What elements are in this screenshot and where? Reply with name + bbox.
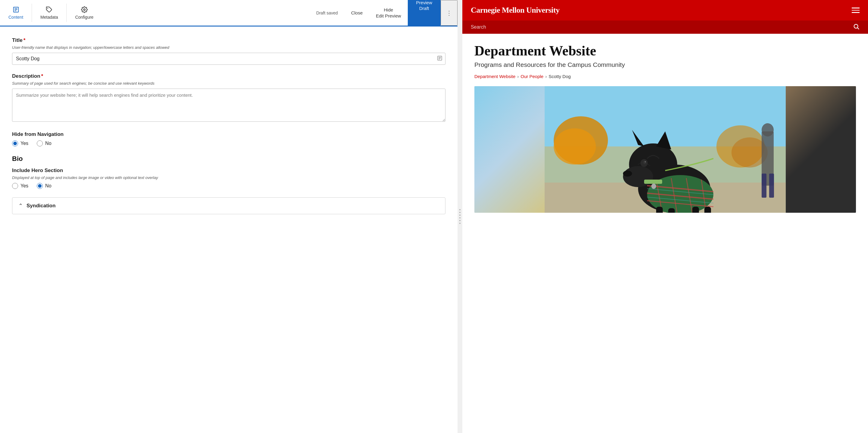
- hide-nav-label: Hide from Navigation: [12, 131, 445, 137]
- svg-rect-22: [769, 174, 774, 198]
- title-input-wrap: [12, 53, 445, 65]
- hero-yes-label[interactable]: Yes: [12, 183, 28, 189]
- title-icon: [437, 56, 442, 62]
- hero-radio-group: Yes No: [12, 183, 445, 189]
- hamburger-icon[interactable]: [852, 7, 860, 13]
- breadcrumb: Department Website › Our People › Scotty…: [474, 74, 856, 79]
- hero-hint: Displayed at top of page and includes la…: [12, 175, 445, 180]
- svg-point-5: [84, 9, 85, 10]
- bio-section-title: Bio: [12, 155, 445, 163]
- svg-point-29: [645, 161, 646, 162]
- draft-status: Draft saved: [310, 0, 344, 26]
- breadcrumb-current: Scotty Dog: [549, 74, 570, 79]
- hide-nav-no-label[interactable]: No: [37, 141, 51, 147]
- cmu-header: Carnegie Mellon University: [462, 0, 868, 21]
- svg-point-47: [651, 184, 656, 189]
- title-hint: User-friendly name that displays in navi…: [12, 45, 445, 50]
- form-content: Title* User-friendly name that displays …: [0, 27, 458, 433]
- syndication-bar[interactable]: ⌃ Syndication: [12, 197, 445, 214]
- svg-rect-46: [644, 180, 662, 184]
- svg-point-4: [47, 8, 48, 9]
- tab-content[interactable]: Content: [0, 0, 32, 27]
- content-icon: [13, 6, 19, 13]
- cmu-page-content: Department Website Programs and Resource…: [462, 34, 868, 213]
- search-icon[interactable]: [853, 23, 860, 31]
- configure-icon: [81, 6, 88, 13]
- hide-edit-preview-button[interactable]: HideEdit Preview: [369, 0, 407, 26]
- hide-nav-radio-group: Yes No: [12, 141, 445, 147]
- more-options-button[interactable]: ⋮: [441, 0, 458, 26]
- toolbar-spacer: [102, 0, 310, 26]
- tab-metadata[interactable]: Metadata: [32, 0, 66, 27]
- svg-rect-21: [762, 174, 767, 198]
- hero-yes-radio[interactable]: [12, 183, 18, 189]
- svg-rect-42: [656, 207, 663, 213]
- include-hero-label: Include Hero Section: [12, 167, 445, 174]
- tab-configure[interactable]: Configure: [67, 0, 102, 27]
- toolbar: Content Metadata Configure Draft saved C…: [0, 0, 458, 27]
- svg-rect-43: [668, 208, 675, 213]
- title-input[interactable]: [12, 53, 445, 65]
- metadata-icon: [46, 6, 53, 13]
- resize-handle[interactable]: [458, 0, 462, 433]
- svg-point-26: [623, 171, 632, 177]
- hero-no-radio[interactable]: [37, 183, 43, 189]
- cmu-logo: Carnegie Mellon University: [471, 6, 560, 15]
- svg-rect-45: [704, 207, 711, 213]
- hide-nav-no-radio[interactable]: [37, 141, 43, 147]
- svg-point-15: [554, 128, 596, 164]
- hide-nav-yes-label[interactable]: Yes: [12, 141, 28, 147]
- hide-nav-yes-radio[interactable]: [12, 141, 18, 147]
- cmu-search-input[interactable]: [471, 24, 853, 30]
- hero-image-svg: [474, 86, 856, 213]
- breadcrumb-mid[interactable]: Our People: [521, 74, 544, 79]
- svg-rect-44: [692, 207, 699, 213]
- svg-point-20: [762, 123, 774, 136]
- cmu-page-subtitle: Programs and Resources for the Campus Co…: [474, 61, 856, 68]
- close-button[interactable]: Close: [344, 0, 369, 26]
- description-input[interactable]: [12, 89, 445, 122]
- cmu-page-title: Department Website: [474, 43, 856, 59]
- preview-panel: Carnegie Mellon University Department We…: [462, 0, 868, 433]
- preview-draft-button[interactable]: Preview Draft: [408, 0, 441, 26]
- title-label: Title*: [12, 37, 445, 43]
- cmu-search-bar: [462, 21, 868, 34]
- description-wrap: [12, 89, 445, 123]
- hero-image: [474, 86, 856, 213]
- description-hint: Summary of page used for search engines;…: [12, 81, 445, 86]
- breadcrumb-root[interactable]: Department Website: [474, 74, 516, 79]
- chevron-up-icon: ⌃: [19, 203, 23, 209]
- svg-line-11: [858, 28, 859, 29]
- hero-no-label[interactable]: No: [37, 183, 51, 189]
- svg-point-10: [854, 24, 858, 28]
- description-label: Description*: [12, 73, 445, 79]
